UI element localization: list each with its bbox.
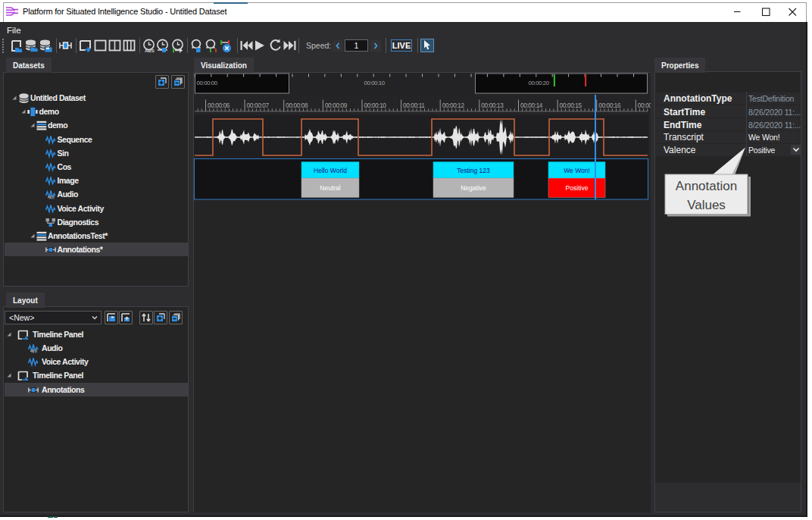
svg-text:00:00:09: 00:00:09: [325, 102, 348, 109]
svg-text:00:00:14: 00:00:14: [520, 102, 543, 109]
svg-text:00:00:11: 00:00:11: [403, 102, 425, 109]
svg-text:Negative: Negative: [461, 184, 486, 192]
svg-text:00:00:00: 00:00:00: [197, 80, 218, 86]
svg-text:00:00:07: 00:00:07: [247, 102, 270, 109]
svg-text:00:00:12: 00:00:12: [442, 102, 465, 109]
svg-text:Annotation: Annotation: [676, 179, 737, 193]
svg-text:Values: Values: [687, 198, 726, 212]
svg-text:00:00:06: 00:00:06: [208, 102, 230, 109]
svg-text:00:00:08: 00:00:08: [286, 102, 308, 109]
svg-text:Positive: Positive: [566, 184, 589, 192]
svg-text:We Won!: We Won!: [564, 167, 590, 174]
svg-text:00:00:20: 00:00:20: [529, 80, 550, 86]
svg-text:Hello World: Hello World: [314, 167, 347, 174]
svg-text:00:00:16: 00:00:16: [598, 102, 621, 109]
svg-text:00:00:17: 00:00:17: [638, 102, 651, 109]
svg-text:00:00:15: 00:00:15: [560, 102, 582, 109]
svg-text:ABS: ABS: [145, 49, 155, 53]
svg-text:00:00:13: 00:00:13: [481, 102, 504, 109]
svg-text:00:00:10: 00:00:10: [364, 80, 386, 86]
svg-text:00:00:10: 00:00:10: [364, 102, 387, 109]
svg-text:Testing 123: Testing 123: [457, 167, 490, 174]
svg-text:Neutral: Neutral: [320, 184, 341, 192]
